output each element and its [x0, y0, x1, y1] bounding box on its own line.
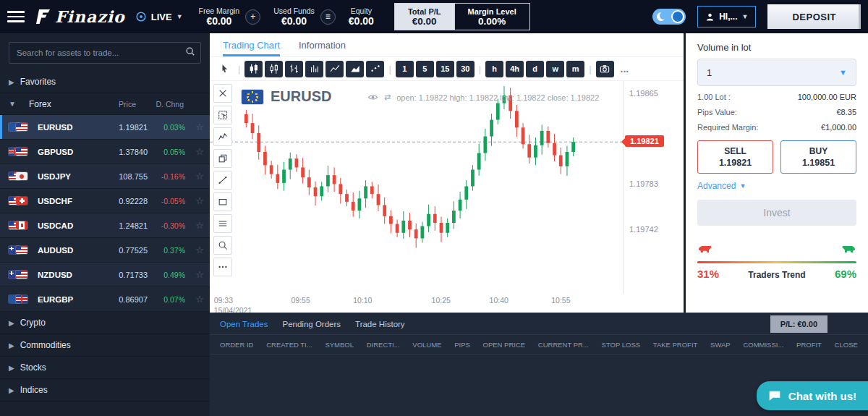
- eu-flag-icon: [242, 90, 263, 104]
- invest-button[interactable]: Invest: [697, 200, 856, 226]
- grid-column-header: COMMISSI...: [743, 341, 783, 349]
- sidebar-section[interactable]: ▶ Stocks: [0, 357, 210, 379]
- chart-tab[interactable]: Information: [299, 33, 346, 56]
- stat-action-button[interactable]: +: [245, 9, 260, 25]
- lot-info-row: Pips Value: €8.35: [697, 108, 856, 116]
- favorite-star-icon[interactable]: ☆: [185, 245, 204, 255]
- chat-widget[interactable]: Chat with us!: [757, 381, 868, 410]
- favorite-star-icon[interactable]: ☆: [185, 269, 204, 280]
- asset-row-usdjpy[interactable]: USDJPY 108.755 -0.16% ☆: [0, 164, 210, 189]
- top-bar: Finazio LIVE ▼ Free Margin €0.00 + Used …: [0, 0, 868, 33]
- favorite-star-icon[interactable]: ☆: [185, 171, 204, 182]
- deposit-button[interactable]: DEPOSIT: [767, 4, 861, 29]
- account-mode-dropdown[interactable]: LIVE ▼: [135, 11, 183, 22]
- time-axis: 09:3315/04/202109:5510:1010:2510:4010:55: [210, 294, 623, 313]
- menu-icon[interactable]: [7, 11, 25, 22]
- asset-row-eurgbp[interactable]: EURGBP 0.86907 0.07% ☆: [0, 287, 210, 312]
- chevron-right-icon: ▶: [9, 364, 14, 372]
- favorite-star-icon[interactable]: ☆: [185, 294, 204, 305]
- asset-row-audusd[interactable]: AUDUSD 0.77525 0.37% ☆: [0, 238, 210, 263]
- bars-chart-type-icon[interactable]: [285, 61, 303, 77]
- trendline-tool-icon[interactable]: [213, 171, 232, 190]
- asset-sidebar: ▶ Favorites ▼ Forex Price D. Chng EURUSD…: [0, 33, 210, 416]
- grid-column-header: STOP LOSS: [602, 341, 641, 349]
- grid-column-header: CURRENT PR...: [538, 341, 589, 349]
- candles-hollow-chart-type-icon[interactable]: [265, 61, 283, 77]
- timeframe-button[interactable]: 1: [396, 61, 414, 77]
- price-axis-tick: 1.19783: [629, 179, 658, 188]
- zoom-tool-icon[interactable]: [213, 236, 232, 255]
- search-icon[interactable]: [185, 46, 195, 59]
- asset-row-gbpusd[interactable]: GBPUSD 1.37840 0.05% ☆: [0, 140, 210, 164]
- asset-row-usdchf[interactable]: USDCHF 0.92228 -0.05% ☆: [0, 189, 210, 213]
- account-stat: Equity €0.00: [349, 7, 374, 27]
- volume-select[interactable]: 1 ▼: [697, 59, 856, 86]
- dots-chart-type-icon[interactable]: [366, 61, 384, 77]
- heikin-chart-type-icon[interactable]: [305, 61, 323, 77]
- timeframe-button[interactable]: 5: [416, 61, 434, 77]
- toolbar-more-button[interactable]: ...: [616, 63, 634, 75]
- area-chart-type-icon[interactable]: [346, 61, 364, 77]
- timeframe-button[interactable]: 15: [436, 61, 454, 77]
- chart-tab[interactable]: Trading Chart: [223, 33, 280, 56]
- hlines-tool-icon[interactable]: [213, 214, 232, 233]
- favorite-star-icon[interactable]: ☆: [185, 122, 204, 132]
- search-input[interactable]: [9, 42, 201, 64]
- favorite-star-icon[interactable]: ☆: [185, 146, 204, 157]
- positions-tab[interactable]: Open Trades: [220, 320, 268, 328]
- chevron-right-icon: ▶: [9, 319, 14, 327]
- pair-flags-icon: [9, 246, 38, 254]
- layers-tool-icon[interactable]: [213, 149, 232, 168]
- positions-tab[interactable]: Pending Orders: [282, 320, 341, 328]
- chevron-right-icon: ▶: [9, 78, 14, 86]
- timeframe-button[interactable]: 30: [456, 61, 475, 77]
- time-axis-tick: 10:55: [551, 296, 570, 306]
- sell-button[interactable]: SELL 1.19821: [697, 140, 773, 174]
- chart-symbol-label: EURUSD: [271, 88, 331, 105]
- more-tool-icon[interactable]: [213, 258, 232, 276]
- rectangle-tool-icon[interactable]: [213, 192, 232, 211]
- sidebar-section[interactable]: ▶ Indices: [0, 379, 210, 402]
- timeframe-button[interactable]: 4h: [506, 61, 524, 77]
- pattern-tool-icon[interactable]: [213, 127, 232, 146]
- sidebar-section[interactable]: ▶ Crypto: [0, 312, 210, 334]
- timeframe-button[interactable]: h: [485, 61, 503, 77]
- select-tool-icon[interactable]: [213, 106, 232, 124]
- asset-row-nzdusd[interactable]: NZDUSD 0.71733 0.49% ☆: [0, 263, 210, 287]
- advanced-toggle[interactable]: Advanced ▼: [697, 181, 746, 191]
- sidebar-section[interactable]: ▶ Commodities: [0, 334, 210, 357]
- price-axis-tick: 1.19865: [629, 89, 658, 98]
- expand-arrows-icon[interactable]: ⇄: [384, 93, 391, 102]
- chart-plot[interactable]: EURUSD ⇄ open: 1.19822 high: 1.19822 low…: [210, 81, 623, 294]
- ohlc-overlay: ⇄ open: 1.19822 high: 1.19822 low: 1.198…: [367, 92, 599, 103]
- time-axis-tick: 10:25: [432, 296, 451, 306]
- eye-icon[interactable]: [367, 92, 378, 103]
- buy-button[interactable]: BUY 1.19851: [780, 140, 856, 174]
- theme-toggle[interactable]: [652, 9, 686, 25]
- positions-grid-header: ORDER IDCREATED TI...SYMBOLDIRECTI...VOL…: [210, 335, 868, 355]
- grid-column-header: PIPS: [454, 341, 470, 349]
- timeframe-button[interactable]: w: [546, 61, 564, 77]
- positions-tabs: Open TradesPending OrdersTrade History: [210, 313, 868, 335]
- separator: |: [388, 64, 391, 75]
- sidebar-section-forex[interactable]: ▼ Forex Price D. Chng: [0, 93, 210, 115]
- favorite-star-icon[interactable]: ☆: [185, 220, 204, 231]
- chevron-down-icon: ▼: [839, 68, 847, 77]
- line-chart-type-icon[interactable]: [326, 61, 344, 77]
- timeframe-buttons-long: h4hdwm: [485, 61, 584, 77]
- forex-asset-list: EURUSD 1.19821 0.03% ☆ GBPUSD 1.37840 0.…: [0, 115, 210, 312]
- asset-row-eurusd[interactable]: EURUSD 1.19821 0.03% ☆: [0, 115, 210, 140]
- user-menu-button[interactable]: HI,... ▼: [697, 6, 756, 27]
- stat-action-button[interactable]: ≡: [320, 9, 336, 25]
- timeframe-button[interactable]: d: [526, 61, 544, 77]
- timeframe-button[interactable]: m: [566, 61, 584, 77]
- asset-row-usdcad[interactable]: USDCAD 1.24821 -0.30% ☆: [0, 213, 210, 238]
- pointer-tool-icon[interactable]: [216, 61, 234, 77]
- chevron-down-icon: ▼: [742, 13, 749, 20]
- xmark-tool-icon[interactable]: [213, 84, 232, 103]
- camera-icon[interactable]: [596, 61, 614, 77]
- candles-chart-type-icon[interactable]: [244, 61, 263, 77]
- positions-tab[interactable]: Trade History: [355, 320, 405, 328]
- sidebar-section-favorites[interactable]: ▶ Favorites: [0, 71, 210, 93]
- favorite-star-icon[interactable]: ☆: [185, 195, 204, 206]
